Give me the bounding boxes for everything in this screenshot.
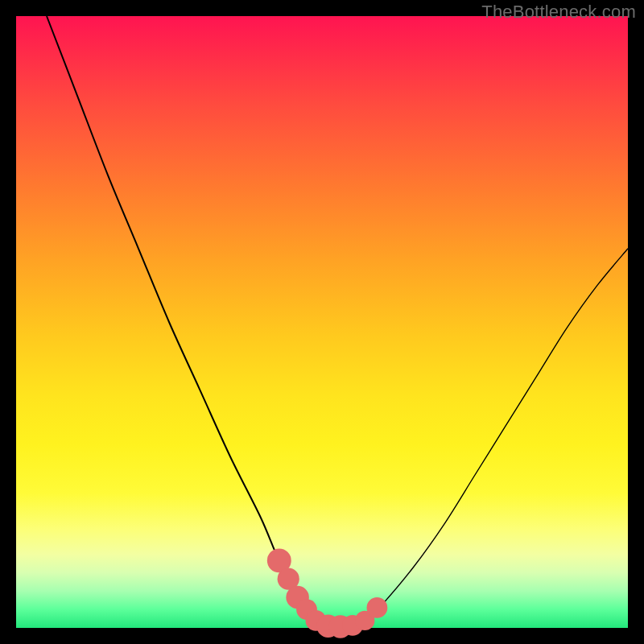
chart-area (16, 16, 628, 628)
chart-svg (16, 16, 628, 628)
right-curve (353, 249, 628, 628)
watermark-text: TheBottleneck.com (481, 2, 636, 23)
left-curve (47, 16, 334, 628)
marker-group (267, 548, 387, 638)
marker-dot (367, 597, 388, 618)
outer-frame: TheBottleneck.com (0, 0, 644, 644)
